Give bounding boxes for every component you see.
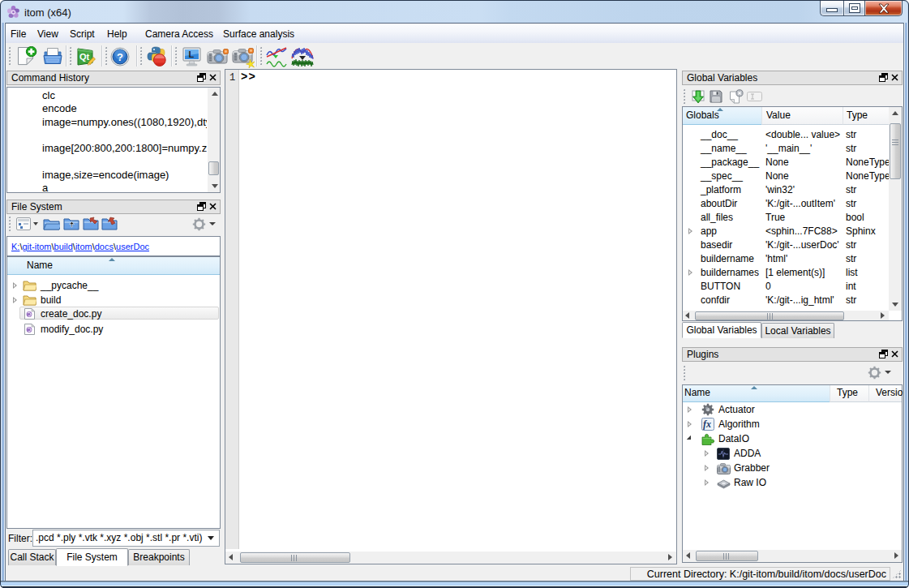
svg-text:fx: fx	[703, 418, 711, 430]
svg-text:?: ?	[117, 51, 123, 63]
svg-text:Qt: Qt	[79, 52, 90, 62]
svg-text:L: L	[189, 49, 195, 59]
